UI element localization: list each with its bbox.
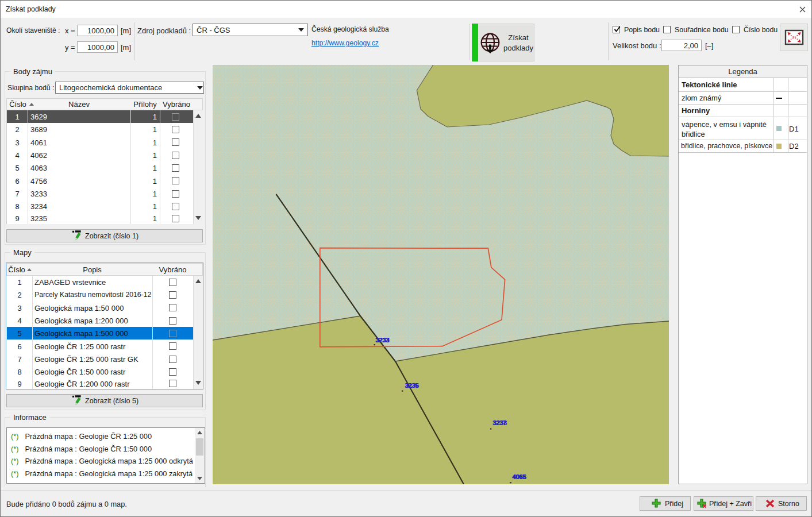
svg-text:3236: 3236 [405, 382, 419, 389]
svg-text:3234: 3234 [376, 337, 390, 344]
svg-text:4066: 4066 [513, 473, 526, 480]
svg-text:3238: 3238 [493, 419, 507, 426]
